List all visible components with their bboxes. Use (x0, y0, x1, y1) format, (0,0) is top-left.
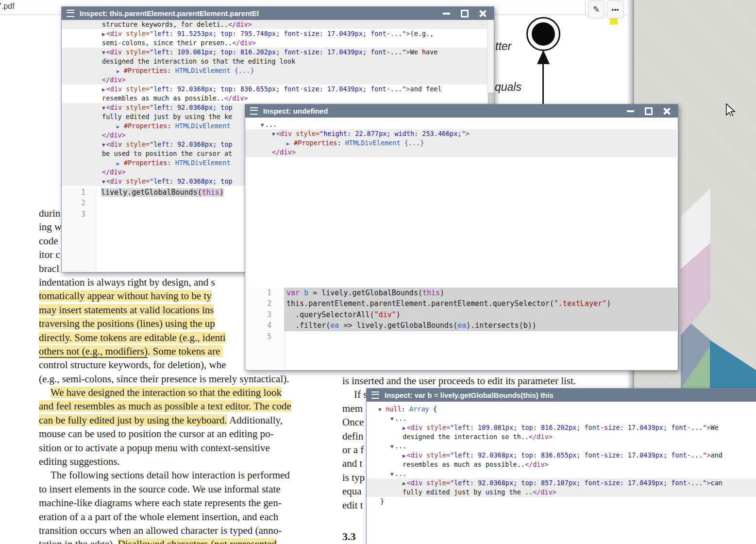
text-segment: ... (395, 414, 406, 422)
text-segment: HTMLDivElement {...} (175, 67, 254, 74)
window2-controls (627, 107, 678, 115)
tree-row[interactable]: ▼<div style="left: 109.081px; top: 816.2… (62, 48, 487, 57)
text-segment: "left: 92.0368px; top: 857.107px; font-s… (450, 479, 706, 487)
text-segment: > (466, 130, 470, 137)
tree-row[interactable]: resembles as much as possible..</div> (367, 460, 756, 469)
tree-row[interactable]: } (367, 497, 756, 506)
annotate-pencil-button[interactable]: ✎ (588, 0, 605, 18)
text-segment: <div (106, 48, 126, 56)
line-number: 5 (245, 331, 284, 342)
window2-code-editor[interactable]: 1var b = lively.getGlobalBounds(this)2th… (245, 288, 677, 370)
code-line[interactable]: .filter(ea => lively.getGlobalBounds(ea)… (284, 320, 677, 331)
tree-row[interactable]: ▶<div style="left: 109.081px; top: 816.2… (367, 423, 756, 432)
text-segment: tation in the edge). (39, 538, 118, 544)
text-segment: code (39, 235, 58, 247)
mouse-cursor (725, 103, 737, 116)
document-text-line: is inserted and the user proceeds to edi… (342, 374, 614, 388)
screen: 7.pdf ✎ ••• durining wcodeitor cbraclind… (0, 0, 756, 544)
text-segment: </div> (529, 433, 553, 441)
text-segment: resembles as much as possible.. (102, 94, 224, 102)
maximize-icon[interactable] (645, 107, 653, 115)
text-segment: ... (395, 442, 406, 450)
text-segment: traversing the positions (lines) using t… (39, 318, 215, 329)
text-segment: ▶ (117, 124, 122, 129)
tree-row[interactable]: ▼<div style="height: 22.877px; width: 25… (245, 129, 677, 138)
text-segment: style= (426, 451, 450, 459)
tree-row[interactable]: ▼ null: Array { (367, 405, 756, 414)
tree-row[interactable]: ▶<div style="left: 92.0368px; top: 857.1… (367, 478, 756, 488)
code-line[interactable]: .querySelectorAll("div") (284, 309, 677, 320)
text-segment: "left: 92.0368px; top (150, 177, 233, 185)
text-segment: <div (276, 130, 296, 137)
text-segment: style= (126, 103, 150, 111)
window1-titlebar[interactable]: Inspect: this.parentElement.parentElemen… (62, 7, 494, 20)
text-segment: : (167, 67, 175, 74)
text-segment: resembles as much as possible.. (403, 460, 525, 468)
window2-titlebar[interactable]: Inspect: undefined (245, 104, 678, 118)
document-text-line: tation in the edge). Disallowed characte… (39, 537, 318, 544)
tree-row[interactable]: ▼... (367, 442, 756, 451)
window3-title: Inspect: var b = lively.getGlobalBounds(… (385, 391, 554, 399)
text-segment: We have (410, 48, 438, 56)
more-options-button[interactable]: ••• (607, 0, 624, 18)
minimize-icon[interactable] (443, 13, 450, 15)
menu-icon[interactable] (250, 107, 258, 115)
text-segment: "left: 92.0368px; top (150, 140, 233, 148)
text-segment: } (380, 497, 384, 505)
text-segment: We (711, 424, 719, 431)
scrollbar-thumb[interactable] (488, 93, 493, 105)
minimize-icon[interactable] (627, 110, 634, 112)
tree-row[interactable]: fully edited just by using the ..</div> (367, 488, 756, 497)
code-line[interactable]: var b = lively.getGlobalBounds(this) (284, 288, 677, 298)
tree-row[interactable]: ▶<div style="left: 92.0368px; top: 836.6… (367, 451, 756, 460)
window1-title: Inspect: this.parentElement.parentElemen… (80, 9, 259, 17)
text-segment: and (711, 451, 722, 459)
text-segment: directly. Some tokens are editable (e.g.… (39, 332, 226, 343)
tree-row[interactable]: ▶<div style="left: 91.5253px; top: 795.7… (62, 29, 487, 38)
tree-row[interactable]: semi-colons, since their presen..</div> (62, 38, 487, 48)
close-icon[interactable] (663, 107, 671, 115)
tree-row[interactable]: </div> (245, 148, 677, 157)
tree-row[interactable]: ▼... (245, 120, 677, 129)
tree-row[interactable]: ▶ #Properties: HTMLDivElement {...} (245, 138, 677, 148)
code-line[interactable] (284, 331, 677, 342)
tree-row[interactable]: ▶<div style="left: 92.0368px; top: 836.6… (62, 85, 487, 94)
tree-row[interactable]: ▼... (367, 414, 756, 423)
text-segment: fully edited just by using the .. (403, 488, 533, 496)
tree-row[interactable]: structure keywords, for deleti..</div> (62, 20, 487, 29)
text-segment: ▶ (403, 425, 406, 431)
text-segment: fully edited just by using the ke (102, 113, 232, 120)
text-segment: style= (296, 130, 319, 137)
text-segment: . Some tokens are (148, 345, 223, 357)
text-segment: ... (395, 470, 406, 477)
text-segment: <div (106, 85, 126, 93)
tree-row[interactable]: designed the interaction so that the edi… (62, 57, 487, 66)
text-segment: tomatically appear without having to be … (39, 290, 212, 302)
text-segment: style= (126, 30, 150, 37)
text-segment: ▶ (102, 86, 105, 93)
document-text-line: We have designed the interaction so that… (39, 386, 318, 399)
code-line[interactable]: this.parentElement.parentElement.parentE… (284, 298, 677, 309)
menu-icon[interactable] (67, 10, 74, 17)
text-segment: bracl (39, 263, 59, 274)
text-segment: .querySelectorAll( (286, 310, 374, 319)
text-segment: > (706, 479, 710, 487)
text-segment: designed the interaction so that the edi… (102, 57, 295, 65)
text-segment: mouse can be used to position the cursor… (39, 428, 273, 440)
text-segment: > (406, 85, 410, 93)
text-segment: </div> (525, 460, 549, 468)
window3-titlebar[interactable]: Inspect: var b = lively.getGlobalBounds(… (367, 389, 756, 402)
text-segment: > (706, 451, 710, 459)
text-segment: => lively.getGlobalBounds( (339, 321, 457, 330)
tree-row[interactable]: ▼... (367, 469, 756, 478)
tree-row[interactable]: ▶ #Properties: HTMLDivElement {...} (62, 66, 487, 75)
tree-row[interactable]: designed the interaction so th..</div> (367, 432, 756, 442)
tree-row[interactable]: </div> (62, 75, 487, 85)
close-icon[interactable] (479, 10, 487, 17)
menu-icon[interactable] (371, 391, 379, 399)
maximize-icon[interactable] (461, 10, 469, 17)
text-segment: ▼ (378, 407, 385, 413)
tree-row[interactable]: resembles as much as possible..</div> (62, 94, 487, 103)
diagram-label-quals: quals (495, 81, 521, 94)
text-segment: can be fully edited just by using the ke… (39, 414, 227, 426)
